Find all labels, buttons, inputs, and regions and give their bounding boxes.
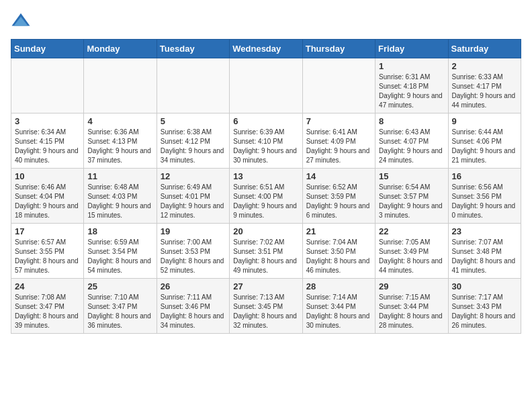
week-row-4: 24Sunrise: 7:08 AM Sunset: 3:47 PM Dayli…: [11, 279, 521, 334]
day-number: 12: [161, 171, 226, 181]
logo: [11, 11, 34, 31]
day-info: Sunrise: 6:57 AM Sunset: 3:55 PM Dayligh…: [15, 238, 80, 275]
day-info: Sunrise: 7:13 AM Sunset: 3:45 PM Dayligh…: [233, 293, 298, 330]
day-number: 27: [233, 281, 298, 291]
calendar-cell: 18Sunrise: 6:59 AM Sunset: 3:54 PM Dayli…: [84, 224, 157, 279]
day-info: Sunrise: 7:11 AM Sunset: 3:46 PM Dayligh…: [161, 293, 226, 330]
day-number: 26: [161, 281, 226, 291]
day-number: 1: [379, 61, 444, 71]
day-info: Sunrise: 7:05 AM Sunset: 3:49 PM Dayligh…: [379, 238, 444, 275]
day-info: Sunrise: 6:31 AM Sunset: 4:18 PM Dayligh…: [379, 73, 444, 110]
day-info: Sunrise: 6:59 AM Sunset: 3:54 PM Dayligh…: [87, 238, 152, 275]
day-info: Sunrise: 7:10 AM Sunset: 3:47 PM Dayligh…: [87, 293, 152, 330]
day-info: Sunrise: 6:38 AM Sunset: 4:12 PM Dayligh…: [161, 128, 226, 165]
day-number: 11: [87, 171, 152, 181]
day-number: 3: [15, 116, 80, 126]
day-number: 28: [306, 281, 371, 291]
day-number: 14: [306, 171, 371, 181]
day-number: 24: [15, 281, 80, 291]
calendar-cell: 8Sunrise: 6:43 AM Sunset: 4:07 PM Daylig…: [375, 113, 448, 169]
day-info: Sunrise: 6:49 AM Sunset: 4:01 PM Dayligh…: [161, 183, 226, 220]
day-info: Sunrise: 6:46 AM Sunset: 4:04 PM Dayligh…: [15, 183, 80, 220]
day-number: 7: [306, 116, 371, 126]
calendar-cell: 24Sunrise: 7:08 AM Sunset: 3:47 PM Dayli…: [11, 279, 84, 334]
day-header-monday: Monday: [84, 40, 157, 58]
day-number: 23: [452, 226, 517, 236]
calendar-cell: 5Sunrise: 6:38 AM Sunset: 4:12 PM Daylig…: [157, 113, 229, 169]
day-number: 8: [379, 116, 444, 126]
day-info: Sunrise: 6:36 AM Sunset: 4:13 PM Dayligh…: [87, 128, 152, 165]
calendar-cell: 2Sunrise: 6:33 AM Sunset: 4:17 PM Daylig…: [448, 58, 521, 113]
day-number: 17: [15, 226, 80, 236]
calendar-cell: 14Sunrise: 6:52 AM Sunset: 3:59 PM Dayli…: [302, 169, 375, 224]
day-number: 6: [233, 116, 298, 126]
day-info: Sunrise: 6:52 AM Sunset: 3:59 PM Dayligh…: [306, 183, 371, 220]
day-info: Sunrise: 7:02 AM Sunset: 3:51 PM Dayligh…: [233, 238, 298, 275]
calendar-cell: 6Sunrise: 6:39 AM Sunset: 4:10 PM Daylig…: [230, 113, 302, 169]
page-header: [11, 11, 521, 31]
logo-icon: [11, 11, 31, 31]
calendar-cell: 12Sunrise: 6:49 AM Sunset: 4:01 PM Dayli…: [157, 169, 229, 224]
day-info: Sunrise: 6:43 AM Sunset: 4:07 PM Dayligh…: [379, 128, 444, 165]
day-info: Sunrise: 7:14 AM Sunset: 3:44 PM Dayligh…: [306, 293, 371, 330]
day-info: Sunrise: 7:08 AM Sunset: 3:47 PM Dayligh…: [15, 293, 80, 330]
calendar-cell: 29Sunrise: 7:15 AM Sunset: 3:44 PM Dayli…: [375, 279, 448, 334]
calendar-cell: 23Sunrise: 7:07 AM Sunset: 3:48 PM Dayli…: [448, 224, 521, 279]
day-number: 5: [161, 116, 226, 126]
calendar-cell: 13Sunrise: 6:51 AM Sunset: 4:00 PM Dayli…: [230, 169, 302, 224]
calendar-cell: 28Sunrise: 7:14 AM Sunset: 3:44 PM Dayli…: [302, 279, 375, 334]
calendar-cell: 3Sunrise: 6:34 AM Sunset: 4:15 PM Daylig…: [11, 113, 84, 169]
day-info: Sunrise: 7:17 AM Sunset: 3:43 PM Dayligh…: [452, 293, 517, 330]
day-header-tuesday: Tuesday: [157, 40, 229, 58]
calendar-cell: [11, 58, 84, 113]
day-number: 20: [233, 226, 298, 236]
calendar-cell: 26Sunrise: 7:11 AM Sunset: 3:46 PM Dayli…: [157, 279, 229, 334]
calendar-cell: [230, 58, 302, 113]
day-header-wednesday: Wednesday: [230, 40, 302, 58]
week-row-2: 10Sunrise: 6:46 AM Sunset: 4:04 PM Dayli…: [11, 169, 521, 224]
day-number: 30: [452, 281, 517, 291]
calendar-cell: [84, 58, 157, 113]
calendar-cell: 20Sunrise: 7:02 AM Sunset: 3:51 PM Dayli…: [230, 224, 302, 279]
day-info: Sunrise: 6:48 AM Sunset: 4:03 PM Dayligh…: [87, 183, 152, 220]
calendar-cell: 10Sunrise: 6:46 AM Sunset: 4:04 PM Dayli…: [11, 169, 84, 224]
day-headers-row: SundayMondayTuesdayWednesdayThursdayFrid…: [11, 40, 521, 58]
day-info: Sunrise: 6:54 AM Sunset: 3:57 PM Dayligh…: [379, 183, 444, 220]
day-number: 21: [306, 226, 371, 236]
calendar-cell: 16Sunrise: 6:56 AM Sunset: 3:56 PM Dayli…: [448, 169, 521, 224]
calendar-cell: 22Sunrise: 7:05 AM Sunset: 3:49 PM Dayli…: [375, 224, 448, 279]
calendar-cell: [302, 58, 375, 113]
calendar-cell: 15Sunrise: 6:54 AM Sunset: 3:57 PM Dayli…: [375, 169, 448, 224]
day-info: Sunrise: 7:04 AM Sunset: 3:50 PM Dayligh…: [306, 238, 371, 275]
day-info: Sunrise: 6:39 AM Sunset: 4:10 PM Dayligh…: [233, 128, 298, 165]
day-number: 15: [379, 171, 444, 181]
calendar-cell: 11Sunrise: 6:48 AM Sunset: 4:03 PM Dayli…: [84, 169, 157, 224]
calendar-cell: 7Sunrise: 6:41 AM Sunset: 4:09 PM Daylig…: [302, 113, 375, 169]
calendar-cell: 1Sunrise: 6:31 AM Sunset: 4:18 PM Daylig…: [375, 58, 448, 113]
day-number: 4: [87, 116, 152, 126]
day-number: 2: [452, 61, 517, 71]
week-row-3: 17Sunrise: 6:57 AM Sunset: 3:55 PM Dayli…: [11, 224, 521, 279]
day-info: Sunrise: 7:07 AM Sunset: 3:48 PM Dayligh…: [452, 238, 517, 275]
day-number: 9: [452, 116, 517, 126]
calendar-cell: 27Sunrise: 7:13 AM Sunset: 3:45 PM Dayli…: [230, 279, 302, 334]
calendar-cell: [157, 58, 229, 113]
day-info: Sunrise: 7:00 AM Sunset: 3:53 PM Dayligh…: [161, 238, 226, 275]
calendar-cell: 21Sunrise: 7:04 AM Sunset: 3:50 PM Dayli…: [302, 224, 375, 279]
calendar-cell: 30Sunrise: 7:17 AM Sunset: 3:43 PM Dayli…: [448, 279, 521, 334]
day-number: 29: [379, 281, 444, 291]
day-number: 19: [161, 226, 226, 236]
calendar-cell: 17Sunrise: 6:57 AM Sunset: 3:55 PM Dayli…: [11, 224, 84, 279]
day-info: Sunrise: 6:41 AM Sunset: 4:09 PM Dayligh…: [306, 128, 371, 165]
calendar-cell: 19Sunrise: 7:00 AM Sunset: 3:53 PM Dayli…: [157, 224, 229, 279]
week-row-1: 3Sunrise: 6:34 AM Sunset: 4:15 PM Daylig…: [11, 113, 521, 169]
day-number: 10: [15, 171, 80, 181]
day-info: Sunrise: 6:34 AM Sunset: 4:15 PM Dayligh…: [15, 128, 80, 165]
day-number: 13: [233, 171, 298, 181]
calendar-cell: 9Sunrise: 6:44 AM Sunset: 4:06 PM Daylig…: [448, 113, 521, 169]
day-number: 18: [87, 226, 152, 236]
day-number: 22: [379, 226, 444, 236]
day-info: Sunrise: 7:15 AM Sunset: 3:44 PM Dayligh…: [379, 293, 444, 330]
day-header-sunday: Sunday: [11, 40, 84, 58]
calendar-cell: 25Sunrise: 7:10 AM Sunset: 3:47 PM Dayli…: [84, 279, 157, 334]
